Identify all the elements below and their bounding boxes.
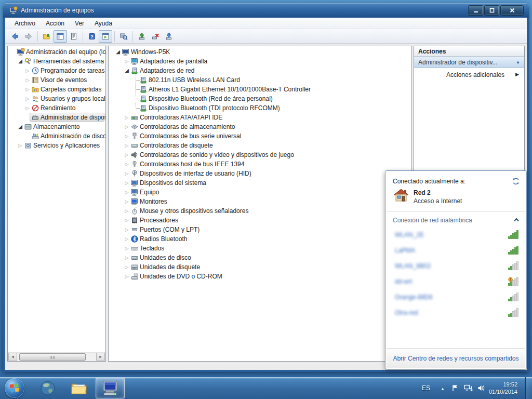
collapsed-arrow-icon[interactable]: ▷: [124, 133, 130, 139]
device-tree-item-cpu[interactable]: ▷Procesadores: [109, 216, 411, 225]
device-tree-item-mouse-device[interactable]: ▷Mouse y otros dispositivos señaladores: [109, 206, 411, 216]
expanded-arrow-icon[interactable]: ◢: [124, 68, 130, 74]
show-hidden-icons-button[interactable]: ▲: [441, 387, 445, 391]
sidebar-item-scheduler[interactable]: ▷Programador de tareas: [8, 66, 105, 75]
sidebar-item-device-manager[interactable]: Administrador de dispositivos: [8, 113, 105, 122]
device-tree-item-floppy-controller[interactable]: ▷Controladoras de disquete: [109, 141, 411, 150]
sidebar-item-eventlog[interactable]: ▷Visor de eventos: [8, 75, 105, 85]
action-center-icon[interactable]: [451, 384, 459, 392]
collapsed-arrow-icon[interactable]: ▷: [124, 264, 130, 270]
refresh-icon[interactable]: [512, 177, 520, 185]
device-tree-item-bluetooth[interactable]: ▷Radios Bluetooth: [109, 234, 411, 244]
scrollbar-thumb[interactable]: [19, 353, 86, 361]
taskbar-computer-management-button[interactable]: [96, 378, 125, 398]
menu-ayuda[interactable]: Ayuda: [89, 18, 117, 29]
device-tree-item-system-device[interactable]: ▷Equipo: [109, 188, 411, 197]
wifi-network-item[interactable]: Orange-88D6: [387, 289, 525, 305]
collapsed-arrow-icon[interactable]: ▷: [124, 236, 130, 242]
device-tree-item-monitor-device[interactable]: ▷Monitores: [109, 197, 411, 206]
collapsed-arrow-icon[interactable]: ▷: [124, 217, 130, 223]
sidebar-item-computer-mgmt[interactable]: Administración del equipo (local): [8, 47, 105, 57]
collapsed-arrow-icon[interactable]: ▷: [124, 208, 130, 214]
device-tree-item-keyboard[interactable]: ▷Teclados: [109, 244, 411, 253]
show-desktop-button[interactable]: [525, 377, 532, 399]
toolbar-up-level-button[interactable]: [40, 30, 54, 43]
toolbar-forward-button[interactable]: [22, 30, 35, 43]
device-tree-item-ieee1394-controller[interactable]: ▷Controladoras host de bus IEEE 1394: [109, 159, 411, 169]
collapsed-arrow-icon[interactable]: ▷: [124, 273, 130, 280]
sidebar-item-tools[interactable]: ◢Herramientas del sistema: [8, 57, 105, 66]
sidebar-item-disk-management[interactable]: Administración de discos: [8, 131, 105, 141]
expanded-arrow-icon[interactable]: ◢: [115, 49, 121, 55]
collapsed-arrow-icon[interactable]: ▷: [124, 161, 130, 167]
taskbar-browser-button[interactable]: [33, 378, 62, 398]
close-button[interactable]: [500, 5, 524, 16]
wifi-network-item[interactable]: WLAN_2E: [387, 227, 525, 243]
collapsed-arrow-icon[interactable]: ▷: [124, 124, 130, 130]
collapsed-arrow-icon[interactable]: ▷: [124, 180, 130, 186]
collapsed-arrow-icon[interactable]: ▷: [24, 96, 31, 102]
device-tree-item-network-adapter[interactable]: ◢Adaptadores de red: [109, 66, 411, 75]
language-indicator[interactable]: ES: [422, 384, 430, 392]
device-tree-item-hid-device[interactable]: ▷Dispositivos de interfaz de usuario (HI…: [109, 169, 411, 178]
start-button[interactable]: [5, 378, 24, 398]
collapsed-arrow-icon[interactable]: ▷: [124, 189, 130, 195]
collapsed-arrow-icon[interactable]: ▷: [124, 58, 130, 64]
device-tree-item-display-adapter[interactable]: ▷Adaptadores de pantalla: [109, 57, 411, 66]
device-tree-item-network-adapter[interactable]: Dispositivo Bluetooth (Red de área perso…: [109, 94, 411, 103]
open-network-center-link[interactable]: Abrir Centro de redes y recursos compart…: [393, 355, 518, 362]
toolbar-uninstall-device-button[interactable]: [149, 30, 162, 43]
toolbar-show-console-tree-button[interactable]: [54, 30, 67, 43]
device-tree-item-ide-controller[interactable]: ▷Controladoras ATA/ATAPI IDE: [109, 113, 411, 122]
wifi-network-item[interactable]: LaPMA: [387, 243, 525, 258]
network-tray-icon[interactable]: [463, 384, 473, 392]
sidebar-item-shared-folders[interactable]: ▷Carpetas compartidas: [8, 85, 105, 94]
collapsed-arrow-icon[interactable]: ▷: [124, 198, 130, 205]
collapsed-arrow-icon[interactable]: ▷: [24, 105, 31, 111]
device-tree-item-storage-controller[interactable]: ▷Controladoras de almacenamiento: [109, 122, 411, 131]
taskbar-file-explorer-button[interactable]: [64, 378, 94, 398]
maximize-button[interactable]: [484, 5, 499, 16]
horizontal-scrollbar[interactable]: ◄ ►: [8, 352, 105, 361]
device-tree-item-dvd-drive[interactable]: ▷Unidades de DVD o CD-ROM: [109, 272, 411, 281]
more-actions-item[interactable]: Acciones adicionales ▶: [414, 68, 524, 82]
collapse-arrow-icon[interactable]: ▲: [516, 60, 520, 64]
toolbar-properties-button[interactable]: [67, 30, 81, 43]
device-tree-item-system-device[interactable]: ▷Dispositivos del sistema: [109, 178, 411, 188]
collapsed-arrow-icon[interactable]: ▷: [17, 142, 23, 149]
device-tree-item-network-adapter[interactable]: Dispositivo Bluetooth (TDI protocolo RFC…: [109, 103, 411, 113]
collapsed-arrow-icon[interactable]: ▷: [124, 245, 130, 251]
device-tree-item-audio-controller[interactable]: ▷Controladoras de sonido y vídeo y dispo…: [109, 150, 411, 159]
expanded-arrow-icon[interactable]: ◢: [17, 124, 23, 130]
collapsed-arrow-icon[interactable]: ▷: [124, 255, 130, 261]
wifi-network-item[interactable]: Otra-red: [387, 305, 525, 321]
menu-accion[interactable]: Acción: [41, 18, 70, 29]
device-tree-item-disk-drive[interactable]: ▷Unidades de disco: [109, 253, 411, 262]
device-tree-item-usb-controller[interactable]: ▷Controladoras de bus serie universal: [109, 131, 411, 141]
scroll-left-arrow[interactable]: ◄: [8, 353, 17, 361]
collapsed-arrow-icon[interactable]: ▷: [124, 152, 130, 158]
toolbar-show-action-pane-button[interactable]: [99, 30, 112, 43]
collapsed-arrow-icon[interactable]: ▷: [124, 170, 130, 177]
collapsed-arrow-icon[interactable]: ▷: [24, 77, 31, 83]
expanded-arrow-icon[interactable]: ◢: [17, 58, 23, 64]
collapsed-arrow-icon[interactable]: ▷: [124, 142, 130, 149]
sidebar-item-storage[interactable]: ◢Almacenamiento: [8, 122, 105, 131]
scroll-right-arrow[interactable]: ►: [96, 353, 105, 361]
titlebar[interactable]: Administración de equipos: [3, 3, 529, 18]
minimize-button[interactable]: [468, 5, 483, 16]
device-tree-item-network-adapter[interactable]: 802.11n USB Wireless LAN Card: [109, 75, 411, 85]
device-tree-item-ports[interactable]: ▷Puertos (COM y LPT): [109, 225, 411, 234]
actions-group-device-manager[interactable]: Administrador de dispositiv... ▲: [414, 57, 524, 68]
collapsed-arrow-icon[interactable]: ▷: [24, 68, 31, 74]
collapsed-arrow-icon[interactable]: ▷: [24, 86, 31, 92]
menu-archivo[interactable]: Archivo: [9, 18, 41, 29]
wifi-network-item[interactable]: dd-wrt!: [387, 274, 525, 289]
collapsed-arrow-icon[interactable]: ▷: [124, 114, 130, 121]
collapsed-arrow-icon[interactable]: ▷: [124, 227, 130, 233]
chevron-up-icon[interactable]: [513, 217, 520, 223]
toolbar-find-button[interactable]: [117, 30, 130, 43]
toolbar-help-button[interactable]: ?: [85, 30, 99, 43]
device-tree-item-computer[interactable]: ◢Windows-P5K: [109, 47, 411, 57]
device-tree-item-floppy-drive[interactable]: ▷Unidades de disquete: [109, 262, 411, 272]
